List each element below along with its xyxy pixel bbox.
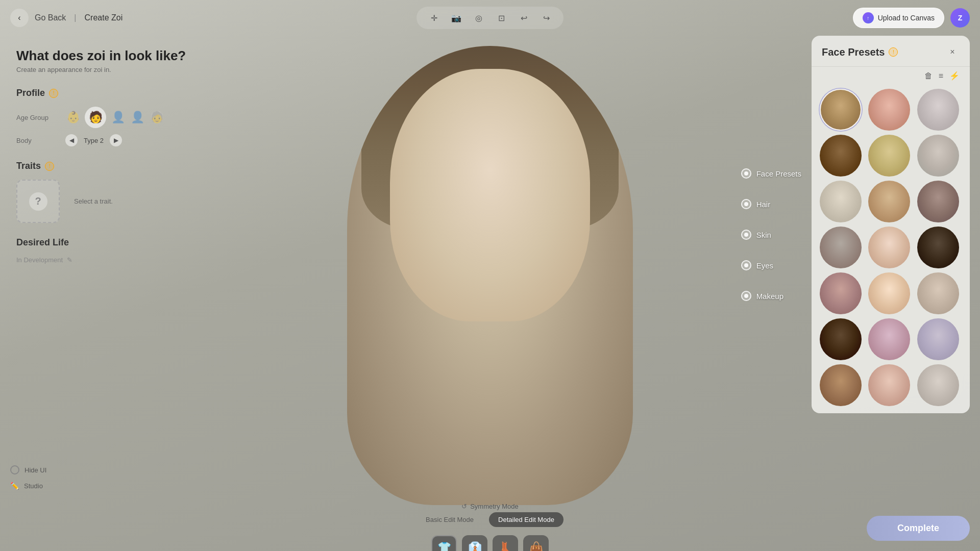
preset-item-21[interactable] [917,364,959,406]
outfit-icon-top[interactable]: 👕 [431,535,457,551]
preset-item-12[interactable] [917,227,959,268]
undo-icon[interactable]: ↩ [517,11,531,25]
preset-item-6[interactable] [917,135,959,177]
panel-sort-button[interactable]: ≡ [939,71,943,81]
panel-filter-button[interactable]: ⚡ [949,71,960,81]
skin-overlay-item[interactable]: Skin [741,230,801,240]
age-middle-aged[interactable]: 👤 [130,107,145,128]
presets-grid [812,85,970,410]
preset-item-3[interactable] [917,89,959,131]
preset-item-7[interactable] [820,181,862,222]
preset-item-15[interactable] [917,272,959,314]
edit-modes: Basic Edit Mode Detailed Edit Mode [416,512,564,527]
body-type-value: Type 2 [84,137,104,144]
age-adult[interactable]: 👤 [110,107,126,128]
makeup-overlay-item[interactable]: Makeup [741,291,801,301]
main-subtext: Create an appearance for zoi in. [16,66,188,73]
desired-life-input-row: In Development ✎ [16,256,188,264]
trait-card[interactable]: ? [16,180,60,223]
preset-item-19[interactable] [820,364,862,406]
page-title: Create Zoi [85,13,123,22]
age-group-selector: 👶 🧑 👤 👤 🧓 [65,107,164,128]
preset-item-13[interactable] [820,272,862,314]
face-presets-overlay-item[interactable]: Face Presets [741,168,801,179]
preset-item-10[interactable] [820,227,862,268]
upload-to-canvas-button[interactable]: ↑ Upload to Canvas [853,8,944,28]
avatar-figure [347,46,633,505]
body-row: Body ◀ Type 2 ▶ [16,134,188,146]
hide-ui-row[interactable]: Hide UI [10,465,46,474]
redo-icon[interactable]: ↪ [539,11,553,25]
left-panel: What does zoi in look like? Create an ap… [0,36,204,276]
expand-icon[interactable]: ⊡ [494,11,508,25]
back-label: Go Back [35,13,66,22]
preset-item-1[interactable] [820,89,862,131]
face-presets-overlay-label: Face Presets [756,169,801,178]
traits-section: Traits ! ? Select a trait. [16,161,188,223]
move-icon[interactable]: ✛ [427,11,441,25]
preset-item-5[interactable] [868,135,910,177]
face-presets-dot-inner [744,171,748,176]
desired-life-value[interactable]: In Development [16,256,63,264]
upload-icon: ↑ [863,12,874,23]
makeup-dot [741,291,751,301]
avatar-face [390,69,590,321]
panel-delete-button[interactable]: 🗑 [924,71,933,81]
panel-close-button[interactable]: × [945,45,960,59]
studio-row[interactable]: ✏️ Studio [10,482,46,490]
hide-ui-label: Hide UI [24,466,46,474]
hair-overlay-item[interactable]: Hair [741,199,801,209]
user-avatar[interactable]: Z [950,8,970,28]
desired-life-section: Desired Life In Development ✎ [16,237,188,264]
eyes-dot [741,260,751,270]
face-presets-dot [741,168,751,179]
age-senior[interactable]: 🧓 [149,107,164,128]
back-button[interactable]: ‹ [10,9,29,27]
preset-item-2[interactable] [868,89,910,131]
desired-life-title: Desired Life [16,237,69,248]
preset-item-17[interactable] [868,318,910,360]
makeup-dot-inner [744,294,748,298]
preset-item-14[interactable] [868,272,910,314]
studio-label: Studio [24,482,43,490]
body-next-button[interactable]: ▶ [110,134,122,146]
avatar-viewport [286,0,694,551]
age-group-row: Age Group 👶 🧑 👤 👤 🧓 [16,107,188,128]
preset-item-9[interactable] [917,181,959,222]
target-icon[interactable]: ◎ [472,11,486,25]
trait-question-mark: ? [29,192,47,211]
body-label: Body [16,137,57,144]
preset-item-8[interactable] [868,181,910,222]
nav-separator: | [74,13,76,22]
camera-icon[interactable]: 📷 [449,11,463,25]
preset-item-20[interactable] [868,364,910,406]
traits-header: Traits ! [16,161,188,171]
hide-ui-toggle[interactable] [10,465,19,474]
preset-item-18[interactable] [917,318,959,360]
basic-edit-mode-button[interactable]: Basic Edit Mode [416,512,483,527]
age-young-adult[interactable]: 🧑 [85,107,106,128]
nav-left: ‹ Go Back | Create Zoi [10,9,122,27]
makeup-overlay-label: Makeup [756,292,783,300]
traits-title: Traits [16,161,41,171]
main-question: What does zoi in look like? [16,48,188,64]
skin-overlay-label: Skin [756,231,771,239]
desired-life-edit-icon[interactable]: ✎ [67,256,72,264]
complete-button[interactable]: Complete [867,516,970,541]
studio-icon: ✏️ [10,482,19,490]
preset-item-11[interactable] [868,227,910,268]
preset-item-16[interactable] [820,318,862,360]
desired-life-header: Desired Life [16,237,188,248]
outfit-icon-shirt[interactable]: 👔 [462,535,487,551]
eyes-dot-inner [744,263,748,267]
bottom-left-controls: Hide UI ✏️ Studio [10,465,46,490]
age-child[interactable]: 👶 [65,107,81,128]
eyes-overlay-item[interactable]: Eyes [741,260,801,270]
outfit-icon-boots[interactable]: 👢 [493,535,518,551]
preset-item-4[interactable] [820,135,862,177]
skin-dot-inner [744,233,748,237]
outfit-icon-bag[interactable]: 👜 [523,535,549,551]
body-prev-button[interactable]: ◀ [65,134,78,146]
detailed-edit-mode-button[interactable]: Detailed Edit Mode [489,512,564,527]
profile-section: Profile ! Age Group 👶 🧑 👤 👤 🧓 Body ◀ Typ… [16,88,188,146]
